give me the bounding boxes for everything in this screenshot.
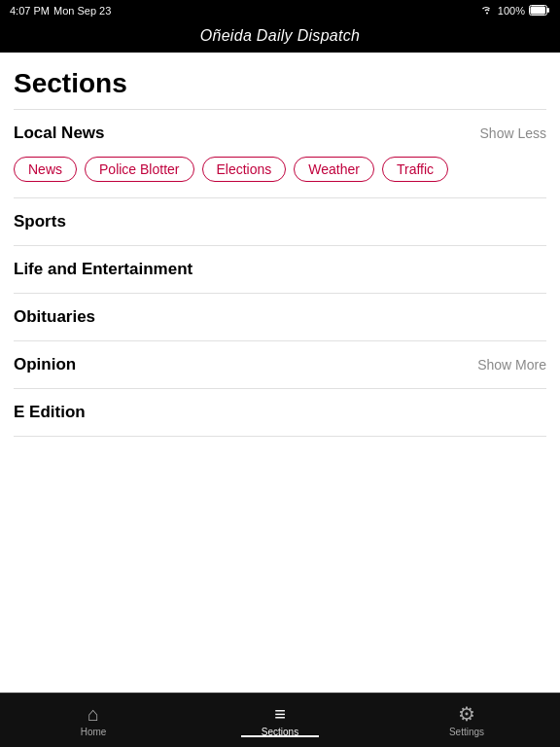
app-header: Oñeida Daily Dispatch (0, 21, 560, 53)
tab-settings-label: Settings (449, 727, 484, 737)
tab-sections[interactable]: ≡ Sections (241, 704, 319, 737)
tags-row-local-news: NewsPolice BlotterElectionsWeatherTraffi… (14, 157, 546, 197)
tab-home[interactable]: ⌂ Home (54, 704, 132, 737)
tag-police-blotter[interactable]: Police Blotter (85, 157, 193, 182)
section-label-e-edition: E Edition (14, 403, 86, 422)
svg-rect-2 (547, 8, 549, 13)
status-right: 100% (480, 5, 550, 18)
tag-traffic[interactable]: Traffic (382, 157, 448, 182)
tab-home-label: Home (81, 727, 107, 737)
app-title: Oñeida Daily Dispatch (200, 27, 361, 44)
tag-elections[interactable]: Elections (202, 157, 287, 182)
divider-e-edition (14, 436, 546, 437)
section-label-opinion: Opinion (14, 355, 76, 374)
status-left: 4:07 PM Mon Sep 23 (10, 5, 111, 17)
settings-icon: ⚙ (458, 704, 475, 724)
tag-weather[interactable]: Weather (294, 157, 374, 182)
tab-settings[interactable]: ⚙ Settings (428, 704, 506, 737)
status-time: 4:07 PM (10, 5, 50, 17)
section-label-local-news: Local News (14, 124, 105, 143)
section-row-opinion[interactable]: OpinionShow More (14, 341, 546, 388)
section-row-life-entertainment[interactable]: Life and Entertainment (14, 246, 546, 293)
sections-list: Local NewsShow LessNewsPolice BlotterEle… (14, 110, 546, 437)
section-row-e-edition[interactable]: E Edition (14, 389, 546, 436)
section-label-life-entertainment: Life and Entertainment (14, 260, 192, 279)
tab-bar: ⌂ Home ≡ Sections ⚙ Settings (0, 693, 560, 747)
tag-news[interactable]: News (14, 157, 77, 182)
battery-text: 100% (498, 5, 525, 17)
page-title: Sections (14, 68, 546, 99)
section-label-obituaries: Obituaries (14, 307, 95, 327)
home-icon: ⌂ (88, 704, 99, 724)
status-bar: 4:07 PM Mon Sep 23 100% (0, 0, 560, 21)
section-row-sports[interactable]: Sports (14, 198, 546, 245)
svg-rect-1 (531, 6, 546, 14)
section-toggle-local-news[interactable]: Show Less (480, 125, 546, 141)
active-indicator (241, 735, 319, 737)
section-label-sports: Sports (14, 212, 66, 231)
battery-icon (529, 5, 550, 18)
section-toggle-opinion[interactable]: Show More (477, 357, 546, 373)
section-row-obituaries[interactable]: Obituaries (14, 294, 546, 340)
wifi-icon (480, 5, 494, 17)
sections-icon: ≡ (274, 704, 286, 724)
section-row-local-news[interactable]: Local NewsShow Less (14, 110, 546, 157)
status-date: Mon Sep 23 (53, 5, 111, 17)
main-content: Sections Local NewsShow LessNewsPolice B… (0, 53, 560, 687)
